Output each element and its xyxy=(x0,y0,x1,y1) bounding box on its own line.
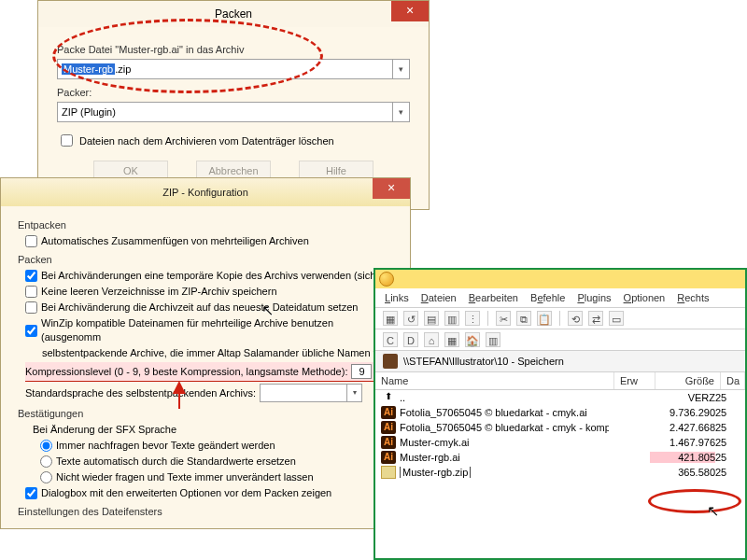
tool-icon[interactable]: ▦ xyxy=(444,332,459,347)
list-item[interactable]: AiMuster-cmyk.ai1.467.97625 xyxy=(375,435,745,450)
compression-level-input[interactable] xyxy=(351,364,372,379)
chevron-down-icon[interactable]: ▾ xyxy=(392,60,409,78)
drive-icon[interactable]: D xyxy=(403,332,418,347)
packer-label: Packer: xyxy=(57,87,410,98)
zip-file-icon xyxy=(381,466,396,479)
column-headers: Name Erw Größe Da xyxy=(375,372,745,390)
tool-icon[interactable]: ⟲ xyxy=(568,311,583,326)
newest-checkbox[interactable] xyxy=(25,301,37,314)
path-bar[interactable]: \\STEFAN\Illustrator\10 - Speichern xyxy=(375,351,745,372)
list-item[interactable]: AiMuster-rgb.ai421.80525 xyxy=(375,450,745,465)
app-icon xyxy=(379,272,394,287)
language-select[interactable]: ▾ xyxy=(260,384,362,402)
chevron-down-icon[interactable]: ▾ xyxy=(392,103,409,121)
ai-file-icon: Ai xyxy=(381,421,396,434)
hdr-date[interactable]: Da xyxy=(721,372,745,389)
tool-icon[interactable]: ↺ xyxy=(403,311,418,326)
ai-file-icon: Ai xyxy=(381,451,396,464)
dialogbox-checkbox[interactable] xyxy=(25,487,37,499)
separator xyxy=(487,311,488,326)
pack-titlebar[interactable]: Packen × xyxy=(38,1,429,27)
file-manager-window: Links Dateien Bearbeiten Befehle Plugins… xyxy=(374,268,747,560)
fm-titlebar[interactable] xyxy=(375,270,745,288)
menu-bearbeiten[interactable]: Bearbeiten xyxy=(469,292,518,303)
drive-icon xyxy=(383,354,398,369)
section-unpack: Entpacken xyxy=(18,219,393,231)
annotation-oval xyxy=(648,489,741,513)
pack-title: Packen xyxy=(215,7,252,21)
drive-icon[interactable]: C xyxy=(383,332,398,347)
list-item[interactable]: ⬆..VERZ25 xyxy=(375,390,745,405)
delete-after-checkbox[interactable] xyxy=(61,134,73,147)
noempty-checkbox[interactable] xyxy=(25,286,37,298)
winzip-checkbox[interactable] xyxy=(25,325,37,337)
zip-config-dialog: ZIP - Konfiguration × Entpacken Automati… xyxy=(0,177,411,529)
tool-icon[interactable]: ⇄ xyxy=(588,311,603,326)
close-icon[interactable]: × xyxy=(391,1,429,21)
zip-titlebar[interactable]: ZIP - Konfiguration × xyxy=(1,178,410,206)
section-pack: Packen xyxy=(18,254,393,265)
section-filewin: Einstellungen des Dateifensters xyxy=(18,506,393,517)
tool-icon[interactable]: ▥ xyxy=(444,311,459,326)
folder-icon[interactable]: ⌂ xyxy=(424,332,439,347)
chevron-down-icon[interactable]: ▾ xyxy=(346,385,361,401)
menu-rechts[interactable]: Rechts xyxy=(677,292,709,303)
file-list: ⬆..VERZ25 AiFotolia_57065045 © bluedarka… xyxy=(375,390,745,480)
list-item[interactable]: AiFotolia_57065045 © bluedarkat - cmyk -… xyxy=(375,420,745,435)
sfx-auto-radio[interactable] xyxy=(40,455,52,468)
list-item[interactable]: AiFotolia_57065045 © bluedarkat - cmyk.a… xyxy=(375,405,745,420)
up-icon: ⬆ xyxy=(381,391,396,404)
hdr-name[interactable]: Name xyxy=(375,372,614,389)
menu-bar: Links Dateien Bearbeiten Befehle Plugins… xyxy=(375,288,745,308)
section-confirm: Bestätigungen xyxy=(18,408,393,419)
close-icon[interactable]: × xyxy=(373,178,410,199)
sfx-never-radio[interactable] xyxy=(40,471,52,483)
hdr-ext[interactable]: Erw xyxy=(614,372,655,389)
ai-file-icon: Ai xyxy=(381,436,396,449)
toolbar-2: C D ⌂ ▦ 🏠 ▥ xyxy=(375,329,745,351)
archive-name-selected: Muster-rgb xyxy=(62,63,115,75)
menu-optionen[interactable]: Optionen xyxy=(624,292,666,303)
tool-icon[interactable]: ⋮ xyxy=(465,311,480,326)
compression-level-row: Kompressionslevel (0 - 9, 9 beste Kompre… xyxy=(25,362,393,382)
zip-title: ZIP - Konfiguration xyxy=(162,187,248,198)
menu-plugins[interactable]: Plugins xyxy=(577,292,611,303)
path-text: \\STEFAN\Illustrator\10 - Speichern xyxy=(403,356,564,367)
tool-icon[interactable]: ▭ xyxy=(609,311,624,326)
toolbar: ▦ ↺ ▤ ▥ ⋮ ✂ ⧉ 📋 ⟲ ⇄ ▭ xyxy=(375,308,745,329)
tool-icon[interactable]: ▥ xyxy=(486,332,500,347)
delete-after-label: Dateien nach dem Archivieren vom Datentr… xyxy=(79,135,334,147)
separator xyxy=(559,311,560,326)
ai-file-icon: Ai xyxy=(381,406,396,419)
cut-icon[interactable]: ✂ xyxy=(496,311,511,326)
archive-label: Packe Datei "Muster-rgb.ai" in das Archi… xyxy=(57,44,410,55)
tool-icon[interactable]: ▦ xyxy=(383,311,398,326)
automerge-checkbox[interactable] xyxy=(25,235,37,247)
menu-dateien[interactable]: Dateien xyxy=(421,292,457,303)
tool-icon[interactable]: ▤ xyxy=(424,311,439,326)
sfx-ask-radio[interactable] xyxy=(40,440,52,452)
tool-icon[interactable]: 🏠 xyxy=(465,332,480,347)
archive-name-input[interactable]: Muster-rgb.zip ▾ xyxy=(57,59,410,79)
hdr-size[interactable]: Größe xyxy=(655,372,721,389)
menu-befehle[interactable]: Befehle xyxy=(530,292,565,303)
packer-select[interactable]: ZIP (Plugin) ▾ xyxy=(57,102,410,122)
tempcopy-checkbox[interactable] xyxy=(25,270,37,282)
list-item[interactable]: Muster-rgb.zip365.58025 xyxy=(375,465,745,480)
paste-icon[interactable]: 📋 xyxy=(537,311,552,326)
menu-links[interactable]: Links xyxy=(385,292,409,303)
copy-icon[interactable]: ⧉ xyxy=(516,311,531,326)
